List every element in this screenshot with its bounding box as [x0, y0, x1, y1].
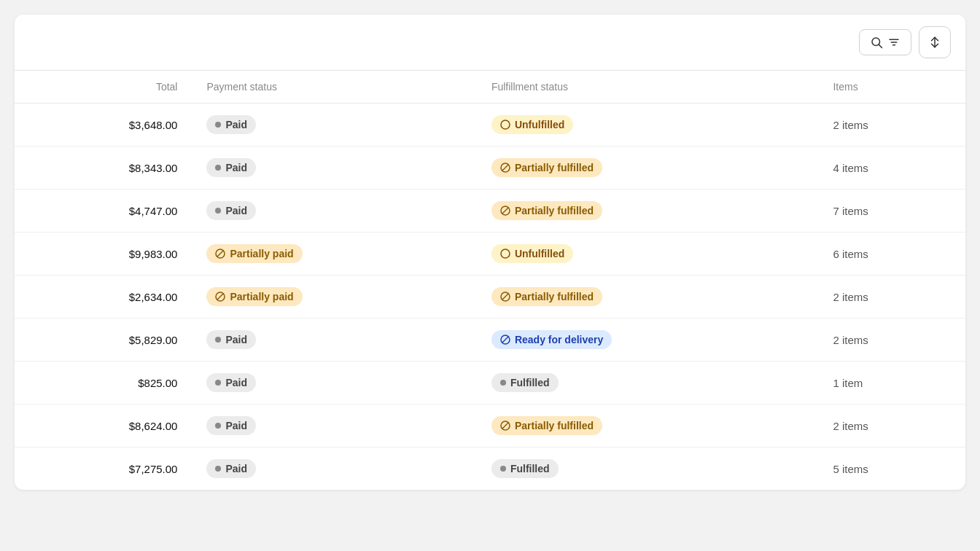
cell-items: 1 item [818, 362, 965, 405]
unfulfilled-icon [500, 120, 510, 130]
cell-items: 6 items [818, 232, 965, 276]
paid-dot [215, 122, 221, 128]
payment-status-badge: Paid [206, 459, 256, 478]
cell-total: $4,747.00 [15, 189, 192, 232]
cell-total: $825.00 [15, 362, 192, 405]
cell-payment-status: Paid [192, 362, 476, 405]
fulfillment-status-label: Partially fulfilled [515, 291, 594, 302]
table-row[interactable]: $5,829.00PaidReady for delivery2 items [15, 319, 965, 362]
search-filter-button[interactable] [859, 29, 911, 55]
fulfillment-status-label: Fulfilled [510, 377, 550, 388]
fulfillment-status-label: Partially fulfilled [515, 420, 594, 431]
fulfilled-dot [500, 380, 506, 386]
sort-icon [928, 36, 941, 49]
partial-fulfilled-icon [500, 292, 510, 302]
svg-line-1 [879, 44, 882, 47]
fulfillment-status-label: Unfulfilled [515, 248, 564, 259]
filter-icon [887, 36, 901, 49]
payment-status-label: Partially paid [230, 248, 293, 259]
cell-total: $8,624.00 [15, 405, 192, 448]
cell-fulfillment-status: Unfulfilled [477, 103, 819, 146]
svg-line-8 [502, 165, 508, 171]
payment-status-label: Paid [225, 334, 247, 345]
table-header-row: Total Payment status Fulfillment status … [15, 71, 965, 103]
unfulfilled-icon [500, 249, 510, 259]
fulfillment-status-badge: Ready for delivery [491, 330, 612, 349]
table-row[interactable]: $4,747.00PaidPartially fulfilled7 items [15, 189, 965, 232]
fulfillment-status-badge: Unfulfilled [491, 244, 573, 263]
cell-fulfillment-status: Ready for delivery [477, 319, 819, 362]
payment-status-badge: Paid [206, 201, 256, 220]
fulfillment-status-badge: Partially fulfilled [491, 416, 602, 435]
fulfillment-status-badge: Unfulfilled [491, 115, 573, 134]
column-total: Total [15, 71, 192, 103]
cell-fulfillment-status: Partially fulfilled [477, 189, 819, 232]
fulfillment-status-badge: Fulfilled [491, 459, 559, 478]
orders-card: Total Payment status Fulfillment status … [15, 15, 965, 490]
sort-button[interactable] [919, 26, 951, 58]
svg-point-13 [501, 249, 510, 258]
column-payment-status: Payment status [192, 71, 476, 103]
cell-total: $2,634.00 [15, 276, 192, 319]
cell-fulfillment-status: Fulfilled [477, 448, 819, 491]
table-row[interactable]: $2,634.00Partially paidPartially fulfill… [15, 276, 965, 319]
cell-payment-status: Paid [192, 146, 476, 189]
svg-line-19 [502, 337, 508, 343]
cell-payment-status: Paid [192, 103, 476, 146]
cell-fulfillment-status: Fulfilled [477, 362, 819, 405]
table-row[interactable]: $3,648.00PaidUnfulfilled2 items [15, 103, 965, 146]
partial-paid-icon [215, 292, 225, 302]
partial-fulfilled-icon [500, 206, 510, 216]
payment-status-badge: Paid [206, 115, 256, 134]
orders-table: Total Payment status Fulfillment status … [15, 71, 965, 490]
table-row[interactable]: $8,624.00PaidPartially fulfilled2 items [15, 405, 965, 448]
paid-dot [215, 466, 221, 472]
fulfillment-status-badge: Fulfilled [491, 373, 559, 392]
cell-payment-status: Partially paid [192, 276, 476, 319]
payment-status-label: Paid [225, 463, 247, 474]
cell-payment-status: Paid [192, 448, 476, 491]
cell-items: 4 items [818, 146, 965, 189]
payment-status-badge: Paid [206, 416, 256, 435]
cell-payment-status: Paid [192, 405, 476, 448]
column-items: Items [818, 71, 965, 103]
cell-items: 7 items [818, 189, 965, 232]
payment-status-label: Paid [225, 205, 247, 216]
column-fulfillment-status: Fulfillment status [477, 71, 819, 103]
search-icon [870, 36, 883, 49]
cell-items: 2 items [818, 405, 965, 448]
fulfillment-status-badge: Partially fulfilled [491, 158, 602, 177]
cell-payment-status: Paid [192, 319, 476, 362]
payment-status-badge: Paid [206, 330, 256, 349]
svg-line-12 [217, 251, 224, 257]
table-row[interactable]: $7,275.00PaidFulfilled5 items [15, 448, 965, 491]
table-row[interactable]: $825.00PaidFulfilled1 item [15, 362, 965, 405]
cell-items: 2 items [818, 319, 965, 362]
payment-status-label: Paid [225, 377, 247, 388]
cell-payment-status: Partially paid [192, 232, 476, 276]
cell-fulfillment-status: Unfulfilled [477, 232, 819, 276]
cell-total: $7,275.00 [15, 448, 192, 491]
cell-total: $8,343.00 [15, 146, 192, 189]
svg-line-21 [502, 423, 508, 429]
partial-fulfilled-icon [500, 421, 510, 431]
cell-fulfillment-status: Partially fulfilled [477, 405, 819, 448]
cell-total: $9,983.00 [15, 232, 192, 276]
table-row[interactable]: $8,343.00PaidPartially fulfilled4 items [15, 146, 965, 189]
cell-fulfillment-status: Partially fulfilled [477, 276, 819, 319]
cell-items: 2 items [818, 276, 965, 319]
toolbar [15, 15, 965, 71]
fulfillment-status-badge: Partially fulfilled [491, 287, 602, 306]
payment-status-label: Paid [225, 162, 247, 173]
paid-dot [215, 380, 221, 386]
page-container: Total Payment status Fulfillment status … [0, 0, 980, 490]
table-row[interactable]: $9,983.00Partially paidUnfulfilled6 item… [15, 232, 965, 276]
paid-dot [215, 423, 221, 429]
paid-dot [215, 208, 221, 214]
payment-status-badge: Paid [206, 158, 256, 177]
svg-point-6 [501, 120, 510, 129]
paid-dot [215, 337, 221, 343]
svg-line-15 [217, 294, 224, 300]
cell-fulfillment-status: Partially fulfilled [477, 146, 819, 189]
cell-items: 2 items [818, 103, 965, 146]
